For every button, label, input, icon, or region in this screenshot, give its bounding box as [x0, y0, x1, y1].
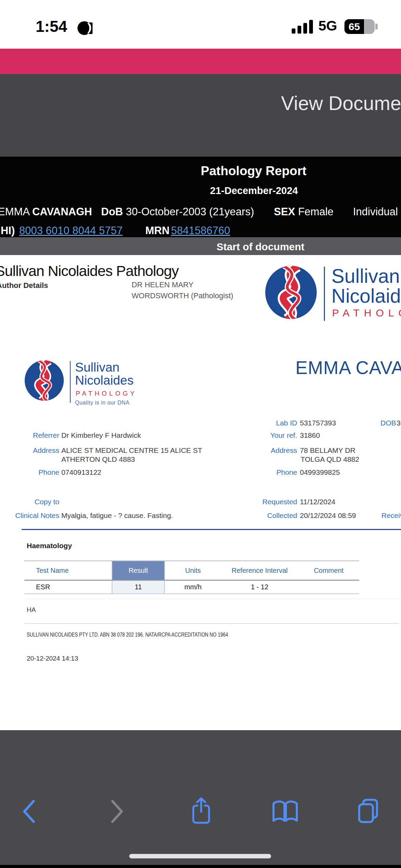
- battery-nub: [375, 24, 378, 29]
- safari-toolbar: myrecord.ehealth.gov.au: [0, 730, 401, 865]
- tabs-button[interactable]: [356, 798, 382, 823]
- collected-label: Collected: [236, 511, 297, 520]
- status-bar: 1:54 5G 65: [0, 0, 401, 49]
- address-left-label: Address: [14, 446, 59, 455]
- page-title: View Document: [281, 92, 401, 114]
- phone-left-label: Phone: [14, 468, 59, 477]
- copy-to-label: Copy to: [14, 498, 59, 506]
- results-table-header: Test Name Result Units Reference Interva…: [24, 561, 359, 581]
- address-right-line2: TOLGA QLD 4882: [301, 455, 359, 463]
- author-details-label: Author Details: [0, 281, 48, 290]
- section-title: Haematology: [27, 542, 72, 550]
- logo-tagline: Quality is in our DNA: [75, 400, 130, 406]
- requested-value: 11/12/2024: [300, 498, 336, 506]
- document-patient-name: EMMA CAVANAGH: [295, 357, 401, 378]
- battery-icon: 65: [344, 19, 375, 34]
- patient-dob: DoB 30-October-2003 (21years): [101, 206, 254, 218]
- clinical-notes-value: Myalgia, fatigue - ? cause. Fasting.: [61, 511, 173, 520]
- address-right-line1: 78 BELLAMY DR: [300, 446, 355, 455]
- snp-dna-logo-small-icon: [23, 360, 65, 401]
- phone-right-value: 0499399825: [300, 468, 340, 477]
- cell-units: mm/h: [165, 581, 221, 593]
- ihi-intro: Individual: [353, 206, 398, 218]
- screen: 1:54 5G 65 View Document Pathology Repor…: [0, 0, 401, 868]
- bottom-edge: [0, 865, 401, 868]
- col-reference-interval: Reference Interval: [221, 561, 298, 580]
- cell-test-name: ESR: [24, 581, 112, 593]
- referrer-value: Dr Kimberley F Hardwick: [61, 431, 141, 439]
- printed-timestamp: 20-12-2024 14:13: [27, 655, 78, 662]
- address-right-label: Address: [236, 446, 297, 455]
- doc-logo-word-3: PATHOLOGY: [76, 390, 137, 397]
- table-row: ESR 11 mm/h 1 - 12: [24, 581, 359, 594]
- patient-sex: SEX Female: [274, 206, 333, 218]
- view-document-band: View Document: [0, 74, 401, 157]
- footnote: HA: [27, 606, 36, 614]
- results-table: Test Name Result Units Reference Interva…: [24, 560, 359, 594]
- forward-button[interactable]: [109, 799, 125, 823]
- col-test-name: Test Name: [24, 561, 112, 580]
- phone-right-label: Phone: [236, 468, 297, 477]
- clock: 1:54: [36, 17, 67, 36]
- logo-word-3: PATHOLOGY: [332, 307, 401, 319]
- section-divider: [22, 529, 401, 530]
- requested-label: Requested: [236, 498, 297, 506]
- your-ref-value: 31860: [300, 431, 320, 439]
- logo-divider-small: [70, 361, 71, 403]
- lab-id-label: Lab ID: [236, 419, 297, 427]
- signal-bars-icon: [292, 19, 316, 34]
- start-of-document-label: Start of document: [217, 241, 305, 253]
- author-name-line1: DR HELEN MARY: [132, 280, 194, 289]
- report-banner: Pathology Report 21-December-2024 EMMA C…: [0, 157, 401, 237]
- address-left-line1: ALICE ST MEDICAL CENTRE 15 ALICE ST: [61, 446, 202, 455]
- lab-id-value: 531757393: [300, 419, 336, 427]
- author-name-line2: WORDSWORTH (Pathologist): [132, 291, 233, 300]
- phone-left-value: 0740913122: [61, 468, 101, 477]
- collected-value: 20/12/2024 08:59: [300, 511, 356, 520]
- referrer-label: Referrer: [14, 431, 59, 439]
- accreditation-line: SULLIVAN NICOLAIDES PTY LTD. ABN 38 078 …: [27, 632, 228, 638]
- home-indicator[interactable]: [129, 854, 271, 858]
- bookmarks-button[interactable]: [271, 800, 300, 823]
- col-result: Result: [112, 561, 165, 580]
- footer-divider: [24, 623, 399, 624]
- logo-divider: [324, 267, 325, 321]
- report-date: 21-December-2024: [210, 185, 298, 196]
- mygov-banner: [0, 49, 401, 74]
- clinical-notes-label: Clinical Notes: [14, 511, 59, 520]
- dob-value: 30-October-2003: [397, 419, 401, 427]
- snp-dna-logo-icon: [264, 265, 318, 320]
- your-ref-label: Your ref.: [236, 431, 297, 439]
- network-type: 5G: [318, 18, 337, 34]
- start-of-document-bar: Start of document: [0, 237, 401, 255]
- doc-logo-word-2: Nicolaides: [75, 374, 134, 387]
- cell-result: 11: [112, 581, 165, 593]
- received-label: Received: [381, 511, 401, 520]
- back-button[interactable]: [21, 799, 37, 823]
- cell-comment: [298, 581, 359, 593]
- ihi-label: (IHI): [0, 225, 15, 237]
- share-button[interactable]: [189, 797, 213, 825]
- doc-logo-word-1: Sullivan: [75, 361, 120, 374]
- patient-name: EMMA CAVANAGH: [0, 206, 92, 218]
- dob-label: DOB: [380, 419, 396, 427]
- provider-name: Sullivan Nicolaides Pathology: [0, 263, 179, 279]
- battery-percent: 65: [344, 19, 364, 34]
- cell-reference-interval: 1 - 12: [221, 581, 298, 593]
- col-comment: Comment: [298, 561, 359, 580]
- address-left-line2: ATHERTON QLD 4883: [61, 455, 135, 463]
- table-after-rule: [24, 599, 401, 599]
- col-units: Units: [165, 561, 221, 580]
- ihi-link[interactable]: 8003 6010 8044 5757: [19, 225, 123, 237]
- report-title: Pathology Report: [201, 164, 306, 178]
- mrn-label: MRN: [145, 225, 170, 237]
- logo-word-2: Nicolaides: [331, 286, 401, 306]
- do-not-disturb-moon-icon: [76, 20, 93, 36]
- logo-word-1: Sullivan: [331, 266, 400, 286]
- mrn-link[interactable]: 5841586760: [171, 225, 230, 237]
